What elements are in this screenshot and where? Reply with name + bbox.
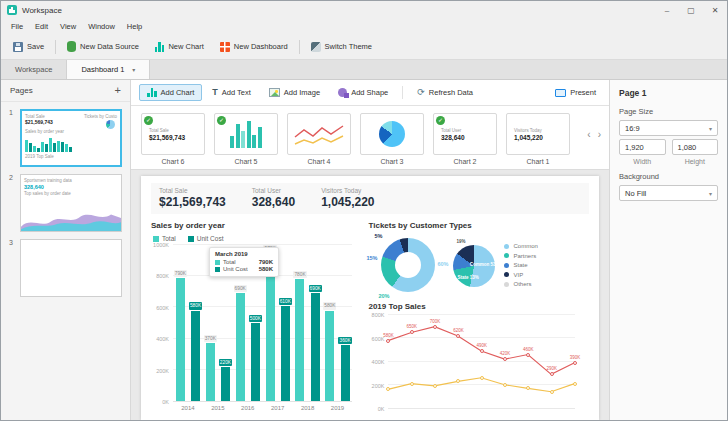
check-icon: ✓: [144, 116, 153, 125]
chevron-down-icon: ▾: [709, 125, 712, 132]
canvas-toolbar: Add Chart T Add Text Add Image Add Shape…: [131, 80, 609, 106]
tickets-chart-widget[interactable]: Tickets by Customer Types 60% 20% 15% 5%: [368, 221, 589, 297]
donut-label: 20%: [378, 293, 389, 299]
background-select[interactable]: No Fill ▾: [619, 185, 718, 201]
strip-chart-1[interactable]: Visitors Today 1,045,220 Chart 1: [506, 113, 570, 165]
page-thumbnail-2[interactable]: 2 Sportsmen training data 328,640 Top sa…: [1, 167, 130, 232]
tooltip-swatch: [215, 267, 220, 272]
window-titlebar: Workspace – ▢ ✕: [1, 1, 727, 19]
theme-icon: [311, 42, 321, 52]
kpi-widget[interactable]: Total Sale $21,569,743 Total User 328,64…: [151, 183, 589, 214]
add-image-button[interactable]: Add Image: [261, 84, 328, 101]
thumb1-kpi-value: $21,569,743: [25, 119, 53, 125]
page-thumbnail-1[interactable]: 1 Total Sale $21,569,743 Tickets by Cust…: [1, 102, 130, 167]
check-icon: ✓: [436, 116, 445, 125]
add-shape-button[interactable]: Add Shape: [330, 84, 396, 101]
strip-chart-2[interactable]: ✓ Total User 328,640 Chart 2: [433, 113, 497, 165]
refresh-data-button[interactable]: ⟳ Refresh Data: [409, 84, 481, 101]
page-thumbnail-3[interactable]: 3: [1, 232, 130, 297]
add-text-button[interactable]: T Add Text: [204, 84, 259, 101]
save-button[interactable]: Save: [5, 39, 52, 55]
check-icon: ✓: [217, 116, 226, 125]
thumb1-mid-title: Sales by order year: [25, 129, 117, 134]
thumb1-right-title: Tickets by Custo: [84, 114, 117, 119]
toolbar-divider: [299, 40, 300, 54]
bar-chart-widget[interactable]: Sales by order year Total Unit Cost 0K20…: [151, 221, 352, 413]
tickets-legend-dot: [504, 282, 509, 287]
page-properties-panel: Page 1 Page Size 16:9 ▾ 1,920 1,080 Widt…: [609, 80, 727, 420]
maximize-button[interactable]: ▢: [679, 1, 703, 19]
tickets-chart-title: Tickets by Customer Types: [368, 221, 589, 230]
kpi-total-sale: Total Sale $21,569,743: [159, 187, 226, 209]
add-text-icon: T: [212, 88, 218, 97]
menu-view[interactable]: View: [54, 22, 82, 31]
chevron-down-icon: ▾: [709, 190, 712, 197]
page-size-select[interactable]: 16:9 ▾: [619, 120, 718, 136]
new-chart-button[interactable]: New Chart: [147, 38, 212, 55]
toolbar-divider: [402, 86, 403, 99]
add-page-button[interactable]: +: [115, 85, 121, 96]
mini-line-chart-icon: [291, 117, 347, 151]
strip-chart-5[interactable]: ✓ Chart 5: [214, 113, 278, 165]
app-window: Workspace – ▢ ✕ File Edit View Window He…: [0, 0, 728, 421]
thumb2-mini-area-chart: [21, 205, 121, 231]
strip-prev-button[interactable]: ‹: [587, 129, 590, 140]
tickets-legend-dot: [504, 263, 509, 268]
chart-strip: ✓ Total Sale $21,569,743 Chart 6 ✓: [131, 106, 609, 170]
new-data-source-button[interactable]: New Data Source: [59, 38, 147, 55]
add-chart-button[interactable]: Add Chart: [139, 84, 202, 101]
strip-chart-3[interactable]: Chart 3: [360, 113, 424, 165]
window-title: Workspace: [22, 6, 62, 15]
menu-help[interactable]: Help: [121, 22, 148, 31]
minimize-button[interactable]: –: [655, 1, 679, 19]
height-label: Height: [672, 158, 719, 165]
kpi-visitors-today: Visitors Today 1,045,220: [321, 187, 374, 209]
add-shape-icon: [338, 88, 347, 97]
strip-next-button[interactable]: ›: [598, 129, 601, 140]
refresh-icon: ⟳: [417, 88, 425, 97]
strip-chart-6[interactable]: ✓ Total Sale $21,569,743 Chart 6: [141, 113, 205, 165]
data-source-icon: [67, 41, 76, 52]
pages-panel: Pages + 1 Total Sale $21,569,743 Tickets…: [1, 80, 131, 420]
thumb2-subtitle: Top sales by order date: [24, 191, 118, 196]
save-icon: [13, 42, 23, 52]
main-toolbar: Save New Data Source New Chart New Dashb…: [1, 34, 727, 60]
toolbar-divider: [55, 40, 56, 54]
bar-legend-swatch: [188, 236, 194, 242]
tab-dashboard-1[interactable]: Dashboard 1 ▾: [67, 60, 150, 79]
kpi-total-user: Total User 328,640: [252, 187, 295, 209]
strip-chart-4[interactable]: Chart 4: [287, 113, 351, 165]
tickets-donut: [381, 238, 435, 292]
tab-workspace[interactable]: Workspace: [1, 60, 67, 79]
menu-file[interactable]: File: [5, 22, 29, 31]
line-chart-plot: 580K650K700K620K490K420K460K290K390K: [388, 315, 575, 409]
page-width-input[interactable]: 1,920: [619, 139, 666, 155]
bar-legend-swatch: [153, 236, 159, 242]
chart-icon: [155, 41, 165, 52]
menu-edit[interactable]: Edit: [29, 22, 54, 31]
switch-theme-button[interactable]: Switch Theme: [303, 39, 380, 55]
tickets-legend: Common Partners State VIP Others: [504, 243, 537, 287]
menubar: File Edit View Window Help: [1, 19, 727, 34]
bar-chart-yaxis: 0K200K400K600K800K1000K: [151, 245, 173, 402]
thumb2-title: Sportsmen training data: [24, 178, 118, 183]
present-button[interactable]: Present: [550, 85, 601, 100]
add-chart-icon: [147, 88, 157, 97]
line-chart-title: 2019 Top Sales: [368, 302, 589, 311]
line-chart-yaxis: 0K200K400K600K800K: [368, 315, 388, 409]
canvas-area: Total Sale $21,569,743 Total User 328,64…: [131, 170, 609, 420]
dashboard-icon: [220, 42, 230, 52]
background-label: Background: [619, 172, 718, 181]
donut-label: 15%: [366, 255, 377, 261]
chart-tooltip: March 2019 Total 790K Unit Cost: [209, 247, 279, 277]
tickets-legend-dot: [504, 272, 509, 277]
chevron-down-icon[interactable]: ▾: [132, 66, 135, 73]
page-height-input[interactable]: 1,080: [672, 139, 719, 155]
new-dashboard-button[interactable]: New Dashboard: [212, 39, 296, 55]
menu-window[interactable]: Window: [82, 22, 121, 31]
close-button[interactable]: ✕: [703, 1, 727, 19]
donut-label: 5%: [374, 233, 382, 239]
thumb1-mini-donut: [106, 120, 115, 129]
line-chart-widget[interactable]: 2019 Top Sales 0K200K400K600K800K 580K65…: [368, 302, 589, 413]
document-tabbar: Workspace Dashboard 1 ▾: [1, 60, 727, 80]
